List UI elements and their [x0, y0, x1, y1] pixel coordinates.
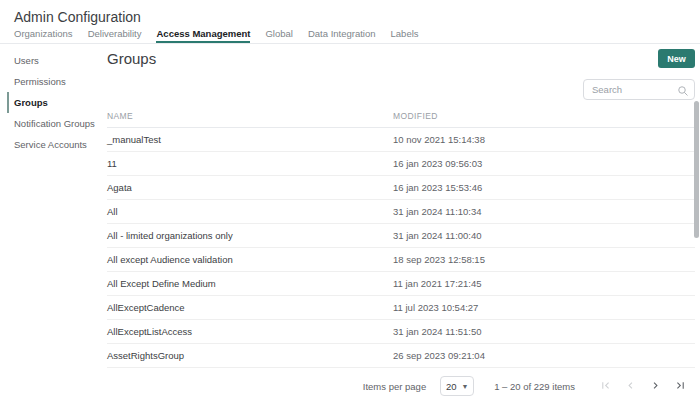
group-modified-cell: 18 sep 2023 12:58:15 — [393, 254, 485, 265]
table-row[interactable]: AllExceptCadence11 jul 2023 10:54:27 — [107, 296, 695, 320]
sidebar-item-service-accounts[interactable]: Service Accounts — [0, 134, 96, 155]
tab-bar: OrganizationsDeliverabilityAccess Manage… — [0, 27, 700, 44]
group-modified-cell: 31 jan 2024 11:00:40 — [393, 230, 482, 241]
column-header-name: NAME — [107, 111, 393, 121]
group-name-cell: AllExceptCadence — [107, 302, 393, 313]
tab-global[interactable]: Global — [265, 28, 292, 43]
group-name-cell: All except Audience validation — [107, 254, 393, 265]
group-name-cell: 11 — [107, 158, 393, 169]
chevron-down-icon: ▼ — [462, 383, 469, 390]
pager-controls — [597, 378, 688, 394]
chevron-right-icon — [649, 379, 662, 392]
group-name-cell: All — [107, 206, 393, 217]
sidebar: UsersPermissionsGroupsNotification Group… — [0, 50, 96, 155]
table-row[interactable]: _manualTest10 nov 2021 15:14:38 — [107, 128, 695, 152]
pagination-range-text: 1 – 20 of 229 items — [494, 381, 575, 392]
previous-page-button[interactable] — [622, 378, 638, 394]
group-name-cell: Agata — [107, 182, 393, 193]
table-row[interactable]: All - limited organizations only31 jan 2… — [107, 224, 695, 248]
group-modified-cell: 26 sep 2023 09:21:04 — [393, 350, 485, 361]
sidebar-item-users[interactable]: Users — [0, 50, 96, 71]
items-per-page-label: Items per page — [363, 381, 426, 392]
items-per-page-value: 20 — [446, 381, 457, 392]
group-name-cell: AllExceptListAccess — [107, 326, 393, 337]
table-row[interactable]: All31 jan 2024 11:10:34 — [107, 200, 695, 224]
tab-labels[interactable]: Labels — [391, 28, 419, 43]
table-body: _manualTest10 nov 2021 15:14:381116 jan … — [107, 128, 695, 368]
tab-deliverability[interactable]: Deliverability — [88, 28, 142, 43]
chevron-left-icon — [624, 379, 637, 392]
last-page-button[interactable] — [672, 378, 688, 394]
table-row[interactable]: 1116 jan 2023 09:56:03 — [107, 152, 695, 176]
group-modified-cell: 31 jan 2024 11:10:34 — [393, 206, 482, 217]
search-icon[interactable] — [677, 83, 689, 95]
group-name-cell: All Except Define Medium — [107, 278, 393, 289]
column-header-modified: MODIFIED — [393, 111, 438, 121]
first-page-icon — [599, 379, 612, 392]
search-box — [583, 79, 695, 100]
group-modified-cell: 11 jul 2023 10:54:27 — [393, 302, 478, 313]
group-modified-cell: 11 jan 2021 17:21:45 — [393, 278, 482, 289]
section-title: Groups — [107, 50, 156, 67]
table-row[interactable]: Agata16 jan 2023 15:53:46 — [107, 176, 695, 200]
admin-configuration-page: Admin Configuration OrganizationsDeliver… — [0, 0, 700, 401]
tab-access-management[interactable]: Access Management — [156, 28, 250, 43]
pagination-bar: Items per page 20 ▼ 1 – 20 of 229 items — [363, 374, 688, 398]
groups-table: NAME MODIFIED _manualTest10 nov 2021 15:… — [107, 104, 695, 368]
sidebar-item-permissions[interactable]: Permissions — [0, 71, 96, 92]
group-modified-cell: 10 nov 2021 15:14:38 — [393, 134, 485, 145]
table-row[interactable]: AllExceptListAccess31 jan 2024 11:51:50 — [107, 320, 695, 344]
tab-organizations[interactable]: Organizations — [14, 28, 73, 43]
group-name-cell: All - limited organizations only — [107, 230, 393, 241]
first-page-button[interactable] — [597, 378, 613, 394]
items-per-page-select[interactable]: 20 ▼ — [440, 376, 474, 396]
next-page-button[interactable] — [647, 378, 663, 394]
group-modified-cell: 31 jan 2024 11:51:50 — [393, 326, 482, 337]
page-title: Admin Configuration — [14, 9, 141, 25]
table-header-row: NAME MODIFIED — [107, 104, 695, 128]
table-row[interactable]: All except Audience validation18 sep 202… — [107, 248, 695, 272]
group-name-cell: _manualTest — [107, 134, 393, 145]
vertical-scrollbar-thumb[interactable] — [694, 101, 699, 238]
group-modified-cell: 16 jan 2023 09:56:03 — [393, 158, 482, 169]
table-row[interactable]: All Except Define Medium11 jan 2021 17:2… — [107, 272, 695, 296]
sidebar-item-notification-groups[interactable]: Notification Groups — [0, 113, 96, 134]
new-button[interactable]: New — [658, 49, 695, 68]
group-name-cell: AssetRightsGroup — [107, 350, 393, 361]
group-modified-cell: 16 jan 2023 15:53:46 — [393, 182, 482, 193]
tab-data-integration[interactable]: Data Integration — [308, 28, 376, 43]
last-page-icon — [674, 379, 687, 392]
table-row[interactable]: AssetRightsGroup26 sep 2023 09:21:04 — [107, 344, 695, 368]
sidebar-item-groups[interactable]: Groups — [7, 92, 96, 113]
